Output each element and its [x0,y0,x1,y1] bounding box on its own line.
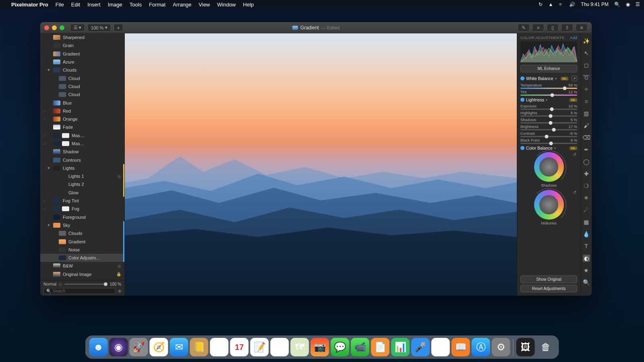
repair-icon[interactable]: ✚ [583,170,590,177]
menu-window[interactable]: Window [217,2,236,8]
menu-help[interactable]: Help [243,2,254,8]
dock-photobooth[interactable]: 📷 [311,338,329,356]
slider-exposure[interactable]: Exposure10 % [520,104,577,110]
dock-maps[interactable]: 🗺 [291,338,309,356]
zoom-control[interactable]: 100 % ▾ [87,24,111,32]
time-machine-icon[interactable]: ↻ [539,2,543,7]
dock-keynote[interactable]: 🎤 [411,338,430,356]
add-adjustment-button[interactable]: Add [570,36,577,40]
add-button[interactable]: + [114,24,123,32]
dock-photos[interactable]: ❁ [210,338,229,356]
layer-search[interactable]: 🔍 Search [43,288,116,294]
reset-icon[interactable]: ↺ [573,190,576,195]
layer-row[interactable]: Fade [40,123,124,131]
layer-row[interactable]: Cloud [40,82,124,90]
layer-row[interactable]: Blue [40,99,124,107]
menu-tools[interactable]: Tools [130,2,142,8]
layer-row[interactable]: Clouds [40,229,124,237]
dock-mail[interactable]: ✉ [170,338,188,356]
layer-row[interactable]: ▼Clouds [40,66,124,74]
share-button[interactable]: ⇪ [561,24,573,32]
white-balance-toggle[interactable] [520,76,524,80]
white-balance-header[interactable]: White Balance▾ ML ↗ [520,76,577,81]
slider-brightness[interactable]: Brightness17 % [520,124,577,130]
menu-view[interactable]: View [199,2,210,8]
layer-row[interactable]: Foreground [40,213,124,221]
layer-row[interactable]: Lights 1◎ [40,172,124,180]
dock-calendar[interactable]: 17 [230,338,249,356]
sidebar-toggle[interactable]: ☰ ▾ [70,24,85,32]
dock-books[interactable]: 📖 [452,338,470,356]
layer-row[interactable]: Cloud [40,90,124,99]
dock-numbers[interactable]: 📊 [391,338,410,356]
menu-insert[interactable]: Insert [87,2,101,8]
layer-row[interactable]: ▼Sky [40,221,124,229]
dock-finder[interactable]: ☻ [89,338,108,356]
brush-icon[interactable]: 🖌 [583,122,590,129]
layer-row[interactable]: ⟋Orange [40,115,124,123]
dock-music[interactable]: ♫ [431,338,450,356]
lightness-toggle[interactable] [520,98,524,102]
dock-pixelmator[interactable]: 🖼 [516,338,535,356]
layer-row[interactable]: ⟋Mas… [40,132,124,140]
lasso-icon[interactable]: ➰ [583,74,590,81]
blend-mode[interactable]: Normal [43,282,56,286]
slider-shadows[interactable]: Shadows5 % [520,117,577,123]
color-adjust-icon[interactable]: ◐ [583,255,590,262]
marquee-icon[interactable]: ◻ [583,62,590,69]
slider-tint[interactable]: Tint12 % [520,90,577,96]
spotlight-icon[interactable]: 🔍 [614,2,620,7]
smudge-icon[interactable]: ☄ [583,206,590,214]
show-original-button[interactable]: Show Original [520,276,577,283]
zoom-icon[interactable]: 🔍 [583,279,590,286]
layer-row[interactable]: Grain [40,41,124,49]
dock-facetime[interactable]: 📹 [351,338,369,356]
layer-row[interactable]: Glow [40,189,124,197]
crop-icon[interactable]: ⌗ [583,98,590,105]
layer-row[interactable]: Contours [40,156,124,164]
clock[interactable]: Thu 9:41 PM [581,2,609,7]
dock-notes[interactable]: 📝 [250,338,269,356]
type-icon[interactable]: T [583,243,590,250]
volume-icon[interactable]: 🔊 [569,2,575,7]
auto-icon[interactable]: ✨ [583,37,590,45]
menu-image[interactable]: Image [108,2,122,8]
reset-adjustments-button[interactable]: Reset Adjustments [520,285,577,292]
menu-format[interactable]: Format [149,2,165,8]
slice-icon[interactable]: ▥ [583,110,590,117]
layer-row[interactable]: Noise [40,246,124,254]
inspector-toggle[interactable]: ≡ [576,24,588,32]
minimize-button[interactable] [52,25,57,30]
fullscreen-button[interactable] [60,25,64,30]
notification-center-icon[interactable]: ☰ [636,2,640,7]
dock-siri[interactable]: ◉ [109,338,128,356]
pen-icon[interactable]: ✒ [583,146,590,153]
eyedropper-button[interactable]: ↗ [572,76,577,81]
dock-reminders[interactable]: ☑ [270,338,289,356]
dock-appstore[interactable]: Ⓐ [472,338,490,356]
menu-edit[interactable]: Edit [71,2,80,8]
layer-row[interactable]: ⟋Mas… [40,140,124,148]
color-wheel-shadows[interactable]: ↺Shadows [520,152,577,187]
layer-row[interactable]: Gradient [40,50,124,58]
dock-preferences[interactable]: ⚙ [492,338,510,356]
shapes-icon[interactable]: ◯ [583,158,590,165]
layer-row[interactable]: Lights 2 [40,180,124,188]
layer-row[interactable]: Color Adjustm… [40,254,124,262]
color-balance-toggle[interactable] [520,146,524,150]
menu-arrange[interactable]: Arrange [173,2,191,8]
ml-enhance-button[interactable]: ML Enhance [520,65,577,72]
layer-row[interactable]: Gradient [40,237,124,245]
layer-row[interactable]: ⟋Fog [40,205,124,213]
reset-icon[interactable]: ↺ [573,152,576,157]
menu-file[interactable]: File [56,2,64,8]
layer-options-icon[interactable]: ⊕ [118,289,121,293]
lighten-icon[interactable]: ☀ [583,194,590,202]
dock-contacts[interactable]: 📒 [190,338,208,356]
layers-list[interactable]: SharpenedGrainGradientAzure▼CloudsCloudC… [40,33,124,280]
dock-launchpad[interactable]: 🚀 [130,338,148,356]
slider-temperature[interactable]: Temperature56 % [520,83,577,89]
layer-row[interactable]: B&W◎ [40,262,124,270]
gradient-icon[interactable]: ▦ [583,218,590,226]
eraser-icon[interactable]: ⌫ [583,134,590,141]
